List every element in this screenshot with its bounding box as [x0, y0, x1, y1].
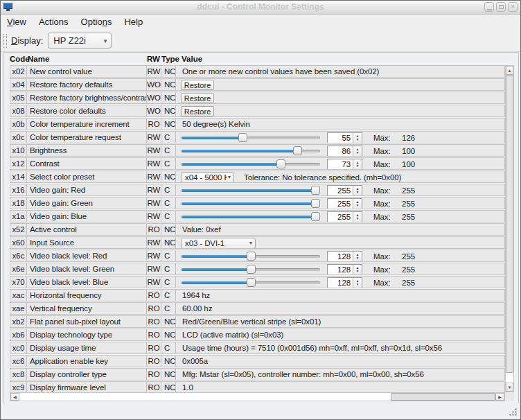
slider-handle[interactable] [311, 212, 320, 221]
max-value: 255 [384, 263, 415, 275]
value-spinbox[interactable]: 255▲▼ [327, 185, 362, 196]
cell-type: C [161, 144, 176, 157]
header-value: Value [182, 55, 202, 65]
cell-type: C [161, 263, 176, 275]
cell-type: NC [161, 368, 176, 380]
display-select[interactable]: HP Z22i ▾ [48, 33, 112, 49]
color-preset-select[interactable]: x04 - 5000 K▾ [181, 172, 234, 183]
horizontal-scrollbar[interactable]: ◀ ▶ [10, 392, 505, 401]
cell-value: 128▲▼ Max: 255 [175, 263, 505, 275]
cell-type: C [161, 342, 176, 354]
restore-button[interactable]: Restore [181, 93, 214, 103]
menu-view[interactable]: View [1, 15, 33, 30]
cell-rw: RW [146, 210, 161, 222]
table-row: x6c Video black level: Red RW C 128▲▼ Ma… [10, 250, 505, 262]
cell-name: Active control [26, 223, 147, 236]
value-spinbox[interactable]: 73▲▼ [327, 159, 362, 170]
slider-handle[interactable] [276, 159, 285, 168]
header-rw: RW [147, 55, 160, 65]
cell-value: One or more new control values have been… [175, 65, 505, 78]
cell-value: Mfg: Mstar (sl=0x05), controller number:… [175, 368, 505, 380]
cell-value: 128▲▼ Max: 255 [175, 250, 505, 262]
cell-rw: RO [146, 329, 161, 341]
cell-type: C [161, 184, 176, 196]
table-row: xae Vertical frequency RO C 60.00 hz [10, 302, 505, 315]
spin-down-icon[interactable]: ▼ [356, 164, 360, 168]
value-spinbox[interactable]: 55▲▼ [327, 132, 362, 143]
value-spinbox[interactable]: 128▲▼ [327, 251, 362, 262]
spin-down-icon[interactable]: ▼ [356, 191, 360, 194]
resize-grip-icon[interactable] [509, 408, 517, 416]
value-slider[interactable] [182, 250, 320, 262]
value-slider[interactable] [182, 145, 320, 157]
vertical-scrollbar[interactable]: ▲ ▼ [505, 65, 514, 392]
slider-handle[interactable] [311, 199, 320, 208]
toolbar: Display: HP Z22i ▾ [1, 30, 520, 52]
table-row: xac Horizontal frequency RO C 1964 hz [10, 289, 505, 301]
cell-value: 255▲▼ Max: 255 [175, 184, 505, 196]
scroll-left-icon[interactable]: ◀ [10, 393, 19, 401]
vertical-scrollbar-thumb[interactable] [506, 75, 513, 373]
cell-name: Application enable key [26, 355, 147, 367]
max-value: 100 [384, 145, 415, 157]
close-button[interactable]: ✕ [508, 2, 518, 12]
value-spinbox[interactable]: 255▲▼ [327, 198, 362, 209]
cell-code: x02 [10, 65, 27, 78]
cell-name: Contrast [26, 157, 147, 170]
cell-code: x6e [10, 263, 27, 275]
scroll-up-icon[interactable]: ▲ [506, 66, 513, 75]
cell-value: 50 degree(s) Kelvin [175, 118, 505, 130]
cell-rw: RO [146, 289, 161, 301]
cell-rw: RO [146, 315, 161, 328]
value-spinbox[interactable]: 128▲▼ [327, 277, 362, 288]
app-window: ddcui - Control Monitor Settings ✕ View … [0, 0, 521, 420]
scroll-down-icon[interactable]: ▼ [506, 383, 513, 392]
value-slider[interactable] [182, 158, 320, 170]
cell-code: x10 [10, 144, 27, 157]
value-spinbox[interactable]: 128▲▼ [327, 264, 362, 275]
horizontal-scrollbar-thumb[interactable] [391, 393, 495, 401]
slider-handle[interactable] [311, 186, 320, 195]
spin-down-icon[interactable]: ▼ [356, 204, 360, 207]
value-slider[interactable] [182, 277, 320, 288]
scroll-right-icon[interactable]: ▶ [495, 393, 504, 401]
spin-down-icon[interactable]: ▼ [356, 270, 360, 273]
slider-handle[interactable] [247, 278, 256, 287]
value-spinbox[interactable]: 86▲▼ [327, 146, 362, 157]
slider-handle[interactable] [247, 252, 256, 261]
menu-actions[interactable]: Actions [33, 15, 75, 30]
minimize-button[interactable] [484, 2, 494, 12]
input-source-select[interactable]: x03 - DVI-1▾ [181, 238, 256, 249]
value-slider[interactable] [182, 263, 320, 275]
spin-down-icon[interactable]: ▼ [356, 283, 360, 286]
cell-type: C [161, 131, 176, 143]
cell-code: xb2 [10, 315, 27, 328]
spin-down-icon[interactable]: ▼ [356, 151, 360, 155]
menu-options[interactable]: Options [75, 15, 118, 30]
cell-code: xb6 [10, 329, 27, 341]
maximize-button[interactable] [496, 2, 506, 12]
cell-value: 86▲▼ Max: 100 [175, 144, 505, 157]
value-slider[interactable] [182, 198, 320, 209]
slider-handle[interactable] [238, 133, 247, 142]
value-slider[interactable] [182, 211, 320, 222]
value-spinbox[interactable]: 255▲▼ [327, 211, 362, 222]
restore-button[interactable]: Restore [181, 80, 214, 90]
spin-down-icon[interactable]: ▼ [356, 256, 360, 260]
cell-type: NC [161, 236, 176, 249]
window-title: ddcui - Control Monitor Settings [1, 1, 520, 14]
value-slider[interactable] [182, 132, 320, 143]
toolbar-grip-icon[interactable] [3, 34, 7, 48]
cell-code: xae [10, 302, 27, 315]
slider-handle[interactable] [247, 265, 256, 274]
cell-rw: RW [146, 263, 161, 275]
menu-help[interactable]: Help [118, 15, 149, 30]
spin-down-icon[interactable]: ▼ [356, 138, 360, 141]
value-slider[interactable] [182, 184, 320, 196]
cell-name: Restore factory defaults [26, 78, 147, 91]
spin-down-icon[interactable]: ▼ [356, 217, 360, 220]
cell-type: NC [161, 91, 176, 104]
restore-button[interactable]: Restore [181, 106, 214, 116]
slider-handle[interactable] [293, 146, 302, 155]
cell-type: C [161, 250, 176, 262]
